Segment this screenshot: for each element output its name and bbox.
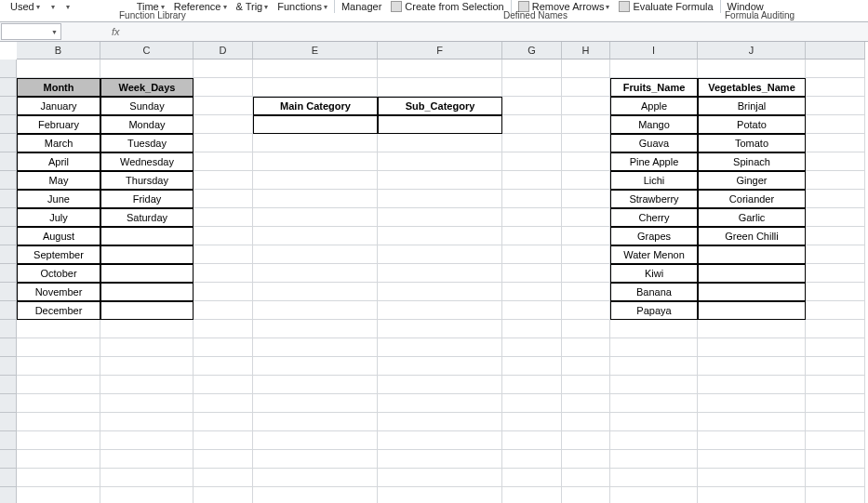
cell-J3[interactable]: Brinjal: [698, 97, 806, 115]
cell-H16[interactable]: [562, 338, 610, 357]
row-header[interactable]: [0, 283, 17, 301]
row-header[interactable]: [0, 134, 17, 152]
cell-H22[interactable]: [562, 450, 610, 469]
cell-B20[interactable]: [17, 413, 100, 431]
cell-C12[interactable]: [100, 264, 194, 283]
cell-G13[interactable]: [502, 283, 562, 301]
cell-D5[interactable]: [194, 134, 253, 152]
cell-E15[interactable]: [253, 320, 378, 338]
cell-E11[interactable]: [253, 245, 378, 264]
cell-G8[interactable]: [502, 190, 562, 208]
cell-K19[interactable]: [806, 394, 865, 413]
cell-B15[interactable]: [17, 320, 100, 338]
row-header[interactable]: [0, 376, 17, 394]
cell-G20[interactable]: [502, 413, 562, 431]
cell-D1[interactable]: [194, 60, 253, 78]
cell-D13[interactable]: [194, 283, 253, 301]
cell-F11[interactable]: [378, 245, 502, 264]
ribbon-more-functions[interactable]: Functions▾: [273, 0, 332, 13]
cell-K6[interactable]: [806, 152, 865, 171]
cell-G23[interactable]: [502, 469, 562, 487]
cell-I1[interactable]: [610, 60, 698, 78]
cell-J2[interactable]: Vegetables_Name: [698, 78, 806, 97]
cell-B12[interactable]: October: [17, 264, 100, 283]
cell-D11[interactable]: [194, 245, 253, 264]
cell-K7[interactable]: [806, 171, 865, 190]
ribbon-evaluate-formula[interactable]: Evaluate Formula: [614, 0, 717, 13]
cell-I21[interactable]: [610, 431, 698, 450]
cell-C10[interactable]: [100, 227, 194, 245]
cell-K24[interactable]: [806, 487, 865, 503]
cell-C4[interactable]: Monday: [100, 115, 194, 134]
cell-J14[interactable]: [698, 301, 806, 320]
cell-K18[interactable]: [806, 376, 865, 394]
cell-F21[interactable]: [378, 431, 502, 450]
row-header[interactable]: [0, 450, 17, 469]
cell-F3[interactable]: Sub_Category: [378, 97, 502, 115]
cell-D19[interactable]: [194, 394, 253, 413]
cell-E23[interactable]: [253, 469, 378, 487]
cell-H10[interactable]: [562, 227, 610, 245]
cell-D12[interactable]: [194, 264, 253, 283]
cell-C20[interactable]: [100, 413, 194, 431]
cell-E5[interactable]: [253, 134, 378, 152]
cell-C24[interactable]: [100, 487, 194, 503]
cell-E13[interactable]: [253, 283, 378, 301]
cell-E24[interactable]: [253, 487, 378, 503]
cell-K10[interactable]: [806, 227, 865, 245]
cell-D7[interactable]: [194, 171, 253, 190]
cell-K9[interactable]: [806, 208, 865, 227]
col-header-E[interactable]: E: [253, 42, 378, 60]
row-header[interactable]: [0, 469, 17, 487]
row-header[interactable]: [0, 78, 17, 97]
cell-F18[interactable]: [378, 376, 502, 394]
cell-K15[interactable]: [806, 320, 865, 338]
cell-K12[interactable]: [806, 264, 865, 283]
cell-D6[interactable]: [194, 152, 253, 171]
cell-K5[interactable]: [806, 134, 865, 152]
cell-I19[interactable]: [610, 394, 698, 413]
row-header[interactable]: [0, 152, 17, 171]
ribbon-create-from-selection[interactable]: Create from Selection: [386, 0, 508, 13]
cell-C6[interactable]: Wednesday: [100, 152, 194, 171]
cell-B1[interactable]: [17, 60, 100, 78]
cell-D9[interactable]: [194, 208, 253, 227]
cell-F2[interactable]: [378, 78, 502, 97]
ribbon-drop-1[interactable]: ▾: [45, 0, 60, 13]
cell-E14[interactable]: [253, 301, 378, 320]
cell-I17[interactable]: [610, 357, 698, 376]
cell-F13[interactable]: [378, 283, 502, 301]
row-header[interactable]: [0, 190, 17, 208]
cell-G7[interactable]: [502, 171, 562, 190]
cell-H1[interactable]: [562, 60, 610, 78]
cell-K4[interactable]: [806, 115, 865, 134]
ribbon-drop-2[interactable]: ▾: [60, 0, 74, 13]
cell-J23[interactable]: [698, 469, 806, 487]
cell-D10[interactable]: [194, 227, 253, 245]
fx-icon[interactable]: fx: [112, 26, 120, 37]
cell-B23[interactable]: [17, 469, 100, 487]
ribbon-recently-used[interactable]: Used▾: [6, 0, 45, 13]
cell-H15[interactable]: [562, 320, 610, 338]
cell-K21[interactable]: [806, 431, 865, 450]
cell-J22[interactable]: [698, 450, 806, 469]
cell-K20[interactable]: [806, 413, 865, 431]
cell-H13[interactable]: [562, 283, 610, 301]
cell-F20[interactable]: [378, 413, 502, 431]
cell-F16[interactable]: [378, 338, 502, 357]
cell-C14[interactable]: [100, 301, 194, 320]
cell-E1[interactable]: [253, 60, 378, 78]
cell-C3[interactable]: Sunday: [100, 97, 194, 115]
row-header[interactable]: [0, 394, 17, 413]
cell-I23[interactable]: [610, 469, 698, 487]
cell-C5[interactable]: Tuesday: [100, 134, 194, 152]
cell-G21[interactable]: [502, 431, 562, 450]
cell-D17[interactable]: [194, 357, 253, 376]
row-header[interactable]: [0, 431, 17, 450]
cell-F12[interactable]: [378, 264, 502, 283]
cell-C21[interactable]: [100, 431, 194, 450]
cell-I3[interactable]: Apple: [610, 97, 698, 115]
row-header[interactable]: [0, 338, 17, 357]
cell-H21[interactable]: [562, 431, 610, 450]
row-header[interactable]: [0, 171, 17, 190]
